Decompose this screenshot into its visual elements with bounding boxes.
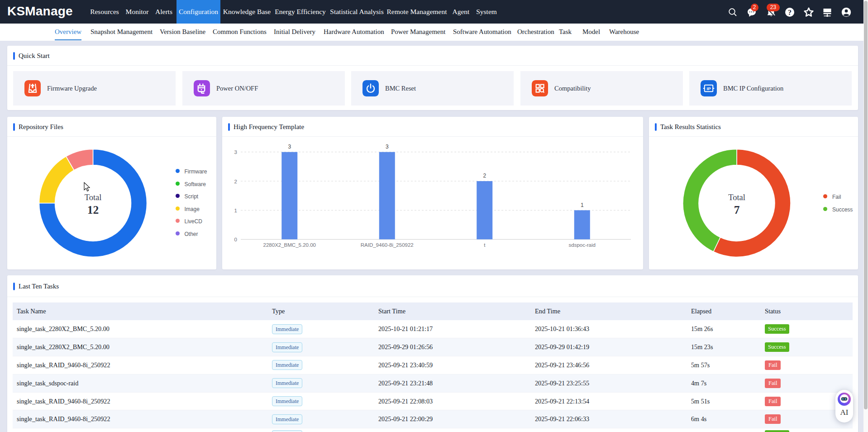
svg-text:3: 3 — [386, 144, 389, 150]
svg-text:Total: Total — [85, 193, 102, 202]
svg-text:IP: IP — [707, 86, 711, 91]
svg-text:7: 7 — [734, 203, 740, 216]
svg-text:3: 3 — [288, 144, 291, 150]
svg-text:sdspoc-raid: sdspoc-raid — [569, 242, 596, 248]
svg-text:2280X2_BMC_5.20.00: 2280X2_BMC_5.20.00 — [263, 242, 316, 248]
svg-text:1: 1 — [234, 208, 237, 213]
svg-text:2: 2 — [483, 173, 486, 179]
svg-text:t: t — [484, 242, 486, 248]
svg-text:0: 0 — [234, 237, 237, 242]
svg-text:?: ? — [788, 9, 792, 16]
svg-text:2: 2 — [234, 179, 237, 184]
svg-text:3: 3 — [234, 149, 237, 155]
svg-text:Total: Total — [728, 193, 745, 202]
svg-text:12: 12 — [87, 203, 99, 216]
svg-text:1: 1 — [581, 202, 584, 208]
svg-text:RAID_9460-8i_250922: RAID_9460-8i_250922 — [361, 242, 414, 248]
